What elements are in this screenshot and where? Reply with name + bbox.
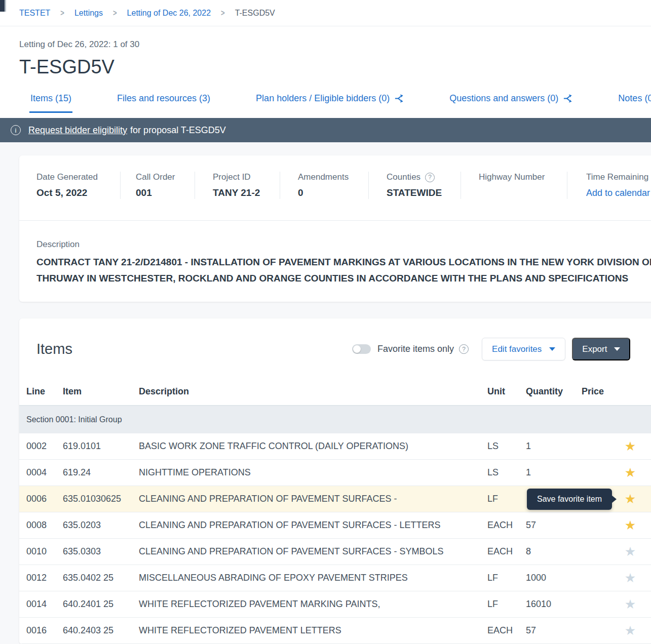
favorite-star-icon[interactable]: ★ bbox=[625, 545, 636, 558]
cell-line: 0014 bbox=[26, 599, 63, 610]
table-row: 0006 635.01030625 CLEANING AND PREPARATI… bbox=[19, 486, 651, 512]
cell-item: 619.24 bbox=[63, 467, 139, 478]
section-header-row: Section 0001: Initial Group bbox=[19, 406, 651, 433]
cell-unit: EACH bbox=[487, 520, 526, 531]
cell-item: 640.2401 25 bbox=[63, 599, 139, 610]
favorite-star-icon[interactable]: ★ bbox=[625, 624, 636, 637]
field-label: Project ID bbox=[213, 172, 280, 183]
table-row: 0012 635.0402 25 MISCELLANEOUS ABRADING … bbox=[19, 565, 651, 591]
cell-unit: EACH bbox=[487, 546, 526, 557]
field-highway-number: Highway Number bbox=[461, 172, 567, 199]
field-value: 001 bbox=[136, 187, 195, 199]
toggle-knob bbox=[353, 345, 361, 353]
cell-quantity: 1000 bbox=[526, 573, 582, 583]
cell-item: 640.2403 25 bbox=[63, 625, 139, 636]
cell-description: BASIC WORK ZONE TRAFFIC CONTROL (DAILY O… bbox=[139, 441, 487, 452]
chevron-right-icon: > bbox=[221, 8, 225, 18]
tab-files-label: Files and resources (3) bbox=[117, 93, 210, 104]
cell-description: CLEANING AND PREPARATION OF PAVEMENT SUR… bbox=[139, 494, 487, 504]
breadcrumb-link-testet[interactable]: TESTET bbox=[19, 9, 50, 18]
tooltip-text: Save favorite item bbox=[537, 495, 602, 504]
cell-item: 635.0402 25 bbox=[63, 573, 139, 583]
help-icon[interactable]: ? bbox=[425, 173, 435, 182]
field-label: Time Remaining bbox=[586, 172, 651, 183]
breadcrumb: TESTET > Lettings > Letting of Dec 26, 2… bbox=[0, 0, 651, 26]
breadcrumb-link-letting-date[interactable]: Letting of Dec 26, 2022 bbox=[127, 9, 211, 18]
field-value bbox=[479, 187, 567, 199]
cell-line: 0002 bbox=[26, 441, 63, 452]
field-call-order: Call Order 001 bbox=[121, 172, 195, 199]
breadcrumb-link-lettings[interactable]: Lettings bbox=[74, 9, 103, 18]
column-header-price: Price bbox=[582, 386, 618, 397]
request-bidder-eligibility-link[interactable]: Request bidder eligibility bbox=[28, 125, 127, 136]
tab-plan-holders[interactable]: Plan holders / Eligible bidders (0) bbox=[255, 85, 405, 113]
tooltip-arrow bbox=[611, 495, 617, 503]
cell-line: 0006 bbox=[26, 494, 63, 504]
caret-down-icon bbox=[549, 347, 555, 351]
favorite-items-only-label: Favorite items only bbox=[377, 344, 454, 354]
notice-bar: i Request bidder eligibility for proposa… bbox=[0, 118, 651, 142]
field-label: Date Generated bbox=[36, 172, 120, 183]
cell-item: 635.0203 bbox=[63, 520, 139, 531]
cell-unit: LS bbox=[487, 441, 526, 452]
export-button[interactable]: Export bbox=[572, 338, 630, 360]
cell-line: 0016 bbox=[26, 625, 63, 636]
tab-questions-label: Questions and answers (0) bbox=[449, 93, 558, 104]
page-title: T-ESGD5V bbox=[19, 54, 651, 80]
favorite-star-icon[interactable]: ★ bbox=[625, 440, 636, 453]
cell-description: CLEANING AND PREPARATION OF PAVEMENT SUR… bbox=[139, 546, 487, 557]
favorite-star-icon[interactable]: ★ bbox=[625, 466, 636, 479]
favorite-star-icon[interactable]: ★ bbox=[625, 572, 636, 584]
edit-favorites-button[interactable]: Edit favorites bbox=[482, 338, 565, 360]
detail-fields: Date Generated Oct 5, 2022 Call Order 00… bbox=[19, 155, 651, 220]
column-header-quantity: Quantity bbox=[526, 386, 582, 397]
info-icon: i bbox=[11, 125, 21, 135]
table-row: 0014 640.2401 25 WHITE REFLECTORIZED PAV… bbox=[19, 591, 651, 618]
favorite-items-only-toggle[interactable] bbox=[352, 344, 371, 354]
description-line-2: THRUWAY IN WESTCHESTER, ROCKLAND AND ORA… bbox=[36, 270, 651, 287]
cell-description: CLEANING AND PREPARATION OF PAVEMENT SUR… bbox=[139, 520, 487, 531]
cell-description: NIGHTTIME OPERATIONS bbox=[139, 467, 487, 478]
table-row: 0016 640.2403 25 WHITE REFLECTORIZED PAV… bbox=[19, 618, 651, 644]
cell-unit: LF bbox=[487, 599, 526, 610]
items-section-title: Items bbox=[36, 340, 72, 358]
cell-quantity: 57 bbox=[526, 520, 582, 531]
items-table-header: Line Item Description Unit Quantity Pric… bbox=[19, 378, 651, 406]
favorite-star-icon[interactable]: ★ bbox=[625, 519, 636, 532]
column-header-unit: Unit bbox=[487, 386, 526, 397]
section-header-label: Section 0001: Initial Group bbox=[26, 415, 122, 424]
tab-notes-label: Notes (0) bbox=[618, 93, 651, 104]
column-header-description: Description bbox=[139, 386, 487, 397]
cell-item: 635.01030625 bbox=[63, 494, 139, 504]
column-header-item: Item bbox=[63, 386, 139, 397]
tab-files-and-resources[interactable]: Files and resources (3) bbox=[116, 85, 211, 113]
favorite-star-icon[interactable]: ★ bbox=[625, 493, 636, 505]
edit-favorites-label: Edit favorites bbox=[492, 344, 542, 354]
table-row: 0004 619.24 NIGHTTIME OPERATIONS LS 1 ★ bbox=[19, 460, 651, 486]
field-label: Counties bbox=[387, 172, 420, 183]
cell-line: 0012 bbox=[26, 573, 63, 583]
tab-plan-holders-label: Plan holders / Eligible bidders (0) bbox=[256, 93, 390, 104]
chevron-right-icon: > bbox=[113, 8, 117, 18]
tab-questions-and-answers[interactable]: Questions and answers (0) bbox=[448, 85, 573, 113]
table-row: 0010 635.0303 CLEANING AND PREPARATION O… bbox=[19, 539, 651, 565]
help-icon[interactable]: ? bbox=[459, 344, 469, 354]
cell-unit: EACH bbox=[487, 625, 526, 636]
save-favorite-item-tooltip: Save favorite item bbox=[527, 489, 612, 510]
tab-notes[interactable]: Notes (0) bbox=[617, 85, 651, 113]
cell-quantity: 16010 bbox=[526, 599, 582, 610]
cell-item: 635.0303 bbox=[63, 546, 139, 557]
table-row: 0008 635.0203 CLEANING AND PREPARATION O… bbox=[19, 512, 651, 539]
masthead: Letting of Dec 26, 2022: 1 of 30 T-ESGD5… bbox=[0, 26, 651, 118]
cell-unit: LF bbox=[487, 573, 526, 583]
field-amendments: Amendments 0 bbox=[280, 172, 369, 199]
favorite-star-icon[interactable]: ★ bbox=[625, 598, 636, 611]
cell-quantity: 1 bbox=[526, 467, 582, 478]
caret-down-icon bbox=[614, 347, 620, 351]
field-project-id: Project ID TANY 21-2 bbox=[195, 172, 280, 199]
add-to-calendar-link[interactable]: Add to calendar bbox=[586, 187, 651, 199]
tab-items[interactable]: Items (15) bbox=[29, 85, 72, 113]
cell-item: 619.0101 bbox=[63, 441, 139, 452]
notice-text: for proposal T-ESGD5V bbox=[130, 125, 226, 136]
window-corner-chip bbox=[0, 0, 5, 12]
